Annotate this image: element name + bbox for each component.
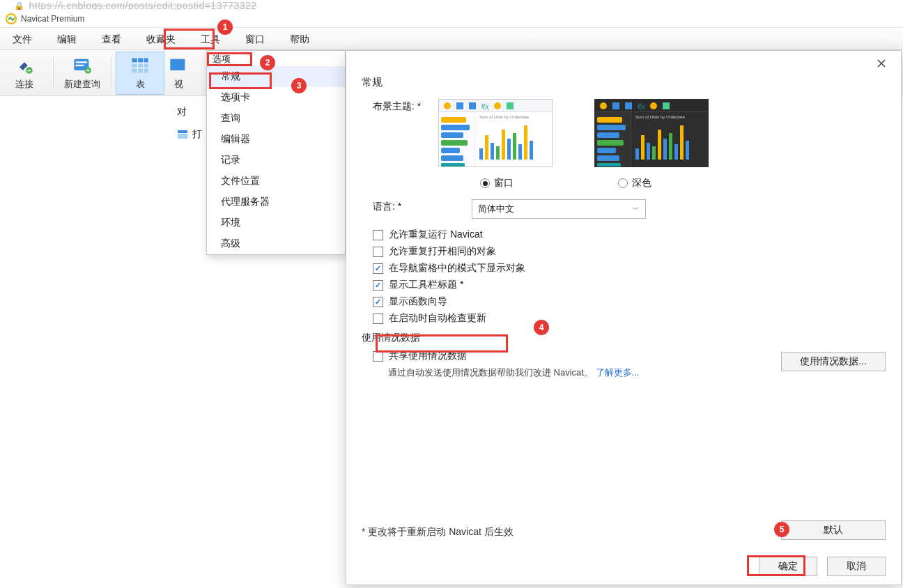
preview-icon: f(x): [481, 102, 489, 110]
left-panel-open-cut: 打: [177, 128, 202, 141]
preview-icon: f(x): [637, 102, 645, 110]
svg-point-28: [650, 102, 657, 109]
toolbar-connect-label: 连接: [15, 78, 33, 91]
options-item-query[interactable]: 查询: [207, 108, 345, 129]
svg-text:+: +: [86, 65, 91, 74]
toolbar-divider: [111, 57, 111, 89]
toolbar-view-label: 视: [174, 78, 183, 91]
app-title: Navicat Premium: [21, 14, 84, 24]
annotation-badge-1: 1: [217, 20, 233, 35]
options-item-editor[interactable]: 编辑器: [207, 129, 345, 150]
svg-point-18: [444, 102, 451, 109]
toolbar-table-label: 表: [136, 78, 145, 91]
toolbar-new-query[interactable]: + 新建查询: [58, 52, 107, 95]
menu-view[interactable]: 查看: [89, 28, 134, 50]
title-bar: Navicat Premium: [0, 10, 903, 28]
view-icon: [169, 56, 188, 75]
check-allow-dup-open[interactable]: 允许重复打开相同的对象: [373, 245, 886, 258]
check-show-schema[interactable]: 在导航窗格中的模式下显示对象: [373, 262, 886, 274]
toolbar-divider: [53, 57, 54, 89]
menu-bar: 文件 编辑 查看 收藏夹 工具 窗口 帮助: [0, 28, 903, 50]
svg-point-22: [494, 102, 501, 109]
svg-rect-8: [132, 58, 148, 62]
chevron-down-icon: ﹀: [632, 204, 640, 215]
usage-data-button[interactable]: 使用情况数据...: [781, 352, 886, 371]
menu-help[interactable]: 帮助: [277, 28, 322, 50]
language-select[interactable]: 简体中文 ﹀: [472, 199, 646, 219]
svg-rect-4: [76, 61, 87, 63]
svg-rect-26: [625, 102, 632, 109]
svg-text:f(x): f(x): [638, 103, 645, 110]
tools-dropdown-menu: 选项 常规 选项卡 查询 编辑器 记录 文件位置 代理服务器 环境 高级: [206, 50, 346, 255]
annotation-badge-5: 5: [774, 522, 789, 537]
learn-more-link[interactable]: 了解更多...: [596, 367, 640, 378]
annotation-badge-2: 2: [260, 55, 275, 70]
options-item-general[interactable]: 常规: [207, 66, 345, 87]
svg-rect-20: [469, 102, 476, 109]
usage-heading: 使用情况数据: [362, 332, 886, 344]
svg-rect-5: [76, 64, 84, 65]
dialog-close-button[interactable]: [867, 54, 895, 73]
svg-rect-25: [612, 102, 619, 109]
options-item-proxy[interactable]: 代理服务器: [207, 192, 345, 212]
options-item-filelocation[interactable]: 文件位置: [207, 171, 345, 192]
toolbar-view-cut[interactable]: 视: [164, 52, 192, 95]
preview-icon: [506, 102, 514, 110]
options-item-records[interactable]: 记录: [207, 150, 345, 171]
preview-icon: [456, 102, 464, 110]
close-icon: [877, 59, 886, 68]
toolbar-table[interactable]: 表: [116, 52, 164, 95]
table-open-icon: [177, 129, 188, 140]
theme-radio-dark[interactable]: 深色: [618, 177, 651, 189]
app-logo-icon: [6, 13, 17, 24]
cancel-button[interactable]: 取消: [827, 557, 886, 576]
menu-favorites[interactable]: 收藏夹: [134, 28, 188, 50]
annotation-badge-4: 4: [534, 320, 549, 335]
svg-text:f(x): f(x): [481, 103, 489, 110]
table-icon: [130, 56, 150, 75]
plug-icon: +: [15, 56, 34, 75]
svg-rect-15: [178, 134, 187, 139]
check-show-func-wizard[interactable]: 显示函数向导: [373, 295, 886, 308]
language-label: 语言: *: [362, 199, 438, 213]
check-auto-update[interactable]: 在启动时自动检查更新: [373, 312, 886, 325]
preview-icon: [624, 102, 633, 110]
options-item-tabs[interactable]: 选项卡: [207, 87, 345, 108]
svg-rect-29: [663, 102, 670, 109]
options-dialog: 常规 布景主题: * f(x): [346, 50, 902, 585]
preview-icon: [662, 102, 670, 110]
preview-icon: [443, 102, 452, 110]
annotation-badge-3: 3: [291, 78, 307, 93]
theme-radio-window[interactable]: 窗口: [480, 177, 514, 189]
preview-icon: [599, 102, 608, 110]
svg-rect-23: [507, 102, 514, 109]
check-show-toolbar-titles[interactable]: 显示工具栏标题 *: [373, 279, 886, 291]
preview-icon: [493, 102, 502, 110]
toolbar-new-query-label: 新建查询: [64, 78, 100, 91]
preview-icon: [612, 102, 620, 110]
svg-text:+: +: [27, 65, 32, 74]
ok-button[interactable]: 确定: [759, 557, 817, 576]
theme-label: 布景主题: *: [362, 99, 438, 113]
menu-window[interactable]: 窗口: [233, 28, 277, 50]
left-panel-tab-cut: 对: [177, 106, 187, 118]
default-button[interactable]: 默认: [781, 520, 886, 540]
restart-footnote: * 更改将于重新启动 Navicat 后生效: [362, 526, 514, 539]
svg-rect-13: [170, 59, 185, 70]
query-icon: +: [72, 56, 92, 75]
svg-point-24: [600, 102, 607, 109]
menu-edit[interactable]: 编辑: [45, 28, 89, 50]
theme-preview-light[interactable]: f(x): [438, 99, 553, 167]
preview-icon: [468, 102, 477, 110]
svg-rect-14: [178, 130, 187, 133]
options-item-advanced[interactable]: 高级: [207, 233, 345, 254]
toolbar-connect[interactable]: + 连接: [0, 52, 49, 95]
preview-icon: [649, 102, 658, 110]
menu-file[interactable]: 文件: [0, 28, 45, 50]
dialog-heading: 常规: [362, 76, 886, 89]
check-allow-dup-run[interactable]: 允许重复运行 Navicat: [373, 229, 886, 241]
svg-rect-19: [456, 102, 463, 109]
options-item-environment[interactable]: 环境: [207, 212, 345, 233]
theme-preview-dark[interactable]: f(x): [594, 99, 709, 167]
options-header[interactable]: 选项: [207, 54, 236, 64]
